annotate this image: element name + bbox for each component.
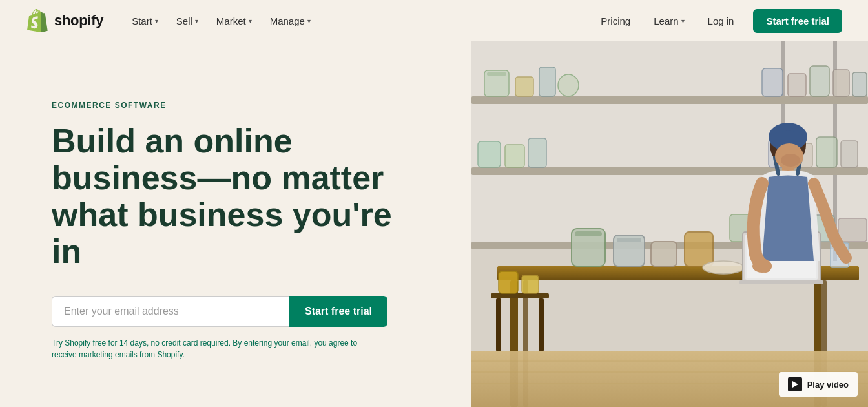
- nav-item-manage[interactable]: Manage ▾: [262, 10, 318, 32]
- navbar: shopify Start ▾ Sell ▾ Market ▾ Manage ▾…: [0, 0, 868, 41]
- chevron-down-icon: ▾: [155, 17, 158, 25]
- svg-rect-23: [841, 141, 858, 167]
- nav-item-start[interactable]: Start ▾: [124, 10, 166, 32]
- nav-learn-link[interactable]: Learn ▾: [645, 10, 693, 32]
- disclaimer-text: Try Shopify free for 14 days, no credit …: [52, 337, 375, 360]
- hero-right-panel: Play video: [471, 41, 868, 407]
- hero-headline: Build an online business—no matter what …: [52, 123, 426, 271]
- logo[interactable]: shopify: [26, 9, 103, 32]
- svg-rect-60: [539, 298, 544, 351]
- shopify-logo-icon: [26, 9, 49, 32]
- svg-rect-62: [522, 275, 539, 293]
- svg-rect-14: [810, 66, 829, 96]
- svg-point-41: [703, 261, 744, 274]
- svg-rect-61: [499, 271, 518, 293]
- svg-rect-16: [852, 72, 867, 96]
- eyebrow-text: ECOMMERCE SOFTWARE: [52, 101, 433, 110]
- play-icon: [788, 377, 802, 391]
- svg-point-11: [558, 74, 579, 96]
- chevron-down-icon: ▾: [681, 17, 685, 25]
- svg-rect-13: [788, 74, 806, 96]
- svg-rect-12: [762, 68, 783, 96]
- svg-point-50: [752, 260, 772, 273]
- chevron-down-icon: ▾: [195, 17, 198, 25]
- nav-trial-button[interactable]: Start free trial: [753, 9, 842, 33]
- nav-pricing-link[interactable]: Pricing: [592, 10, 639, 32]
- svg-rect-9: [515, 77, 533, 96]
- svg-rect-59: [496, 298, 501, 351]
- svg-rect-8: [487, 72, 506, 76]
- nav-item-market[interactable]: Market ▾: [209, 10, 260, 32]
- svg-rect-39: [651, 242, 677, 266]
- nav-right: Pricing Learn ▾ Log in Start free trial: [592, 9, 842, 33]
- chevron-down-icon: ▾: [307, 17, 311, 25]
- cta-row: Start free trial: [52, 296, 388, 327]
- hero-left-panel: ECOMMERCE SOFTWARE Build an online busin…: [0, 41, 471, 407]
- svg-rect-28: [838, 218, 867, 242]
- nav-item-sell[interactable]: Sell ▾: [169, 10, 206, 32]
- svg-rect-36: [575, 231, 602, 236]
- hero-trial-button[interactable]: Start free trial: [289, 296, 388, 327]
- nav-links: Start ▾ Sell ▾ Market ▾ Manage ▾: [124, 10, 592, 32]
- svg-rect-4: [471, 96, 868, 104]
- main-content: ECOMMERCE SOFTWARE Build an online busin…: [0, 41, 868, 407]
- hero-scene-svg: [471, 41, 868, 407]
- svg-rect-38: [617, 238, 641, 242]
- svg-rect-40: [685, 232, 713, 266]
- play-video-button[interactable]: Play video: [779, 372, 858, 397]
- hero-image: Play video: [471, 41, 868, 407]
- svg-rect-58: [491, 293, 549, 298]
- svg-rect-22: [816, 137, 837, 167]
- chevron-down-icon: ▾: [249, 17, 252, 25]
- svg-rect-10: [539, 67, 555, 96]
- play-triangle-icon: [792, 381, 798, 388]
- svg-rect-19: [528, 138, 546, 167]
- brand-name: shopify: [54, 12, 103, 29]
- nav-login-link[interactable]: Log in: [699, 10, 743, 32]
- svg-rect-18: [505, 145, 524, 167]
- email-input[interactable]: [52, 296, 289, 327]
- svg-point-52: [781, 154, 800, 167]
- svg-rect-45: [739, 280, 823, 284]
- svg-rect-15: [833, 70, 849, 96]
- svg-rect-17: [478, 141, 501, 167]
